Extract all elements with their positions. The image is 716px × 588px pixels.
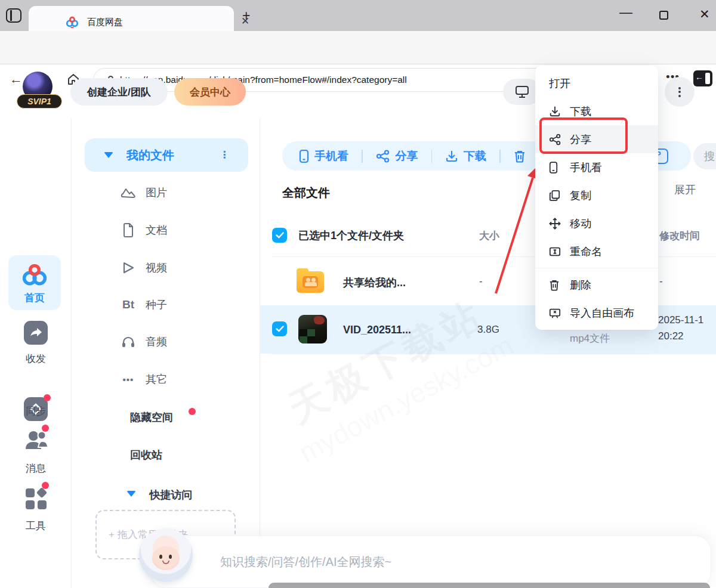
- context-menu: 打开 下载 分享 手机看 复制 移动 重命名 删除 导入自由画布: [535, 66, 658, 330]
- window-minimize-icon[interactable]: —: [619, 5, 632, 20]
- docs-label: 文档: [146, 223, 167, 237]
- images-label: 图片: [146, 185, 167, 200]
- bt-icon: Bt: [119, 298, 137, 311]
- toolbar-phone-view-button[interactable]: 手机看: [299, 148, 348, 164]
- file-clock: 20:22: [658, 330, 684, 342]
- share-icon: [376, 150, 390, 163]
- images-icon: [119, 186, 137, 199]
- audio-icon: [119, 335, 137, 348]
- expand-toggle[interactable]: 展开: [674, 182, 696, 197]
- messages-label[interactable]: 消息: [0, 462, 72, 475]
- select-all-checkbox[interactable]: [272, 228, 287, 243]
- sidebar-item-videos[interactable]: 视频: [119, 259, 239, 277]
- bottom-bar: [268, 583, 710, 588]
- phone-icon: [549, 161, 562, 174]
- create-team-button[interactable]: 创建企业/团队: [70, 78, 168, 106]
- others-label: 其它: [146, 372, 167, 386]
- sync-label[interactable]: 同步: [0, 404, 72, 418]
- home-label: 首页: [8, 291, 61, 305]
- workspaces-icon[interactable]: [6, 8, 21, 23]
- menu-divider: [535, 268, 658, 268]
- toolbar-share-button[interactable]: 分享: [376, 148, 418, 164]
- sidebar-item-quick-access[interactable]: 快捷访问: [107, 488, 192, 502]
- toolbar-download-button[interactable]: 下载: [445, 148, 486, 164]
- sidebar-item-my-files[interactable]: 我的文件 ⋮: [85, 138, 248, 172]
- phone-icon: [299, 149, 309, 163]
- others-icon: •••: [119, 375, 137, 385]
- shared-folder-icon: [297, 271, 324, 293]
- tools-icon[interactable]: [24, 487, 48, 510]
- file-name: 共享给我的...: [343, 276, 406, 290]
- trash-icon: [514, 150, 526, 163]
- ai-search-placeholder: 知识搜索/问答/创作/AI全网搜索~: [220, 554, 391, 570]
- browser-toolbar: ← ⟳ https://pan.baidu.com/disk/main?from…: [0, 31, 716, 64]
- file-size: -: [479, 276, 483, 287]
- tools-label[interactable]: 工具: [0, 519, 72, 533]
- sidebar-item-audio[interactable]: 音频: [119, 333, 239, 351]
- column-modified-time[interactable]: 修改时间: [659, 229, 700, 243]
- sidebar-item-torrents[interactable]: Bt 种子: [119, 296, 239, 314]
- copy-icon: [549, 190, 562, 202]
- row-checkbox[interactable]: [272, 321, 287, 336]
- move-icon: [549, 218, 562, 230]
- messages-icon[interactable]: [24, 428, 48, 452]
- send-receive-label[interactable]: 收发: [0, 352, 72, 366]
- sidebar-item-docs[interactable]: 文档: [119, 221, 239, 239]
- svip-badge[interactable]: SVIP1: [17, 94, 62, 109]
- docs-icon: [119, 223, 137, 237]
- selection-summary: 已选中1个文件/文件夹: [298, 228, 404, 243]
- column-size[interactable]: 大小: [479, 229, 499, 243]
- tools-notification-dot: [42, 482, 49, 489]
- baidu-pan-logo-icon: [21, 262, 48, 287]
- torrents-label: 种子: [146, 298, 167, 312]
- ai-mascot-avatar[interactable]: [139, 528, 193, 582]
- file-type: mp4文件: [570, 332, 610, 345]
- sync-notification-dot: [44, 394, 51, 401]
- sidebar-item-recycle-bin[interactable]: 回收站: [130, 448, 162, 462]
- menu-item-copy[interactable]: 复制: [535, 181, 658, 209]
- browser-tab-strip: 百度网盘 ✕ + — ✕: [0, 0, 716, 31]
- sidebar-item-images[interactable]: 图片: [119, 184, 239, 202]
- member-center-button[interactable]: 会员中心: [174, 78, 246, 106]
- send-receive-icon[interactable]: [24, 321, 48, 345]
- my-files-label: 我的文件: [126, 147, 174, 163]
- videos-icon: [119, 261, 137, 275]
- sidebar-item-hidden-space[interactable]: 隐藏空间: [130, 410, 173, 425]
- left-nav: 首页 收发 同步 消息 工具 打开电脑端: [0, 118, 72, 588]
- back-icon[interactable]: ←: [10, 72, 23, 87]
- file-time: -: [659, 276, 663, 287]
- menu-item-move[interactable]: 移动: [535, 209, 658, 237]
- hidden-space-notification-dot: [189, 408, 196, 415]
- menu-item-open[interactable]: 打开: [535, 69, 658, 97]
- file-name: VID_202511...: [343, 324, 411, 336]
- audio-label: 音频: [146, 335, 167, 349]
- video-thumbnail: [298, 315, 327, 343]
- sidebar-item-others[interactable]: ••• 其它: [119, 370, 239, 388]
- menu-item-import-canvas[interactable]: 导入自由画布: [535, 299, 658, 327]
- menu-item-delete[interactable]: 删除: [535, 271, 658, 299]
- sidebar-item-home[interactable]: 首页: [8, 255, 61, 310]
- search-input[interactable]: 搜: [693, 143, 716, 169]
- annotation-highlight-box: [539, 117, 628, 154]
- collapse-triangle-icon[interactable]: [104, 152, 113, 158]
- new-tab-icon[interactable]: +: [242, 8, 250, 24]
- quick-access-triangle-icon: [126, 491, 136, 497]
- download-icon: [445, 150, 458, 163]
- menu-item-rename[interactable]: 重命名: [535, 237, 658, 265]
- my-files-menu-icon[interactable]: ⋮: [220, 153, 229, 157]
- menu-item-phone-view[interactable]: 手机看: [535, 153, 658, 181]
- sidebar-panel-icon[interactable]: [693, 70, 712, 86]
- window-close-icon[interactable]: ✕: [699, 7, 710, 21]
- header-more-button[interactable]: [665, 77, 695, 107]
- rename-icon: [549, 246, 562, 258]
- toolbar-delete-button[interactable]: [514, 150, 526, 163]
- window-maximize-icon[interactable]: [659, 11, 668, 20]
- canvas-icon: [549, 307, 562, 319]
- browser-tab[interactable]: 百度网盘 ✕: [29, 6, 234, 31]
- file-size: 3.8G: [477, 324, 499, 336]
- divider: [272, 354, 716, 354]
- baidu-pan-favicon: [66, 16, 79, 29]
- download-icon: [549, 106, 562, 117]
- quick-access-label: 快捷访问: [149, 489, 192, 501]
- ai-search-bar[interactable]: 知识搜索/问答/创作/AI全网搜索~: [150, 536, 711, 588]
